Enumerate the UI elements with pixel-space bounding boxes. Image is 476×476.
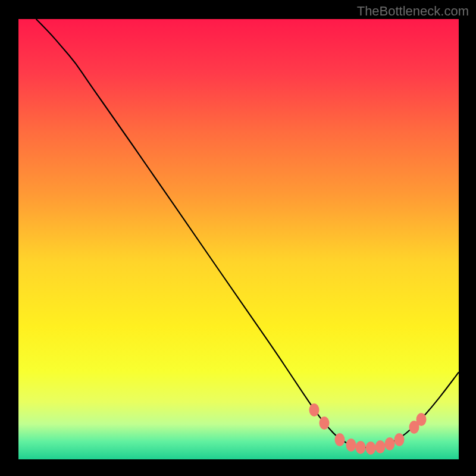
data-marker (355, 441, 365, 454)
data-marker (375, 440, 386, 453)
chart-container: TheBottleneck.com (0, 0, 476, 476)
data-marker (309, 403, 319, 416)
data-marker (346, 439, 356, 452)
data-marker (384, 437, 394, 450)
plot-area (18, 19, 459, 459)
data-marker (366, 441, 376, 455)
data-marker (394, 433, 405, 446)
curve-line (18, 19, 459, 459)
data-marker (335, 433, 345, 446)
data-marker (416, 413, 427, 426)
data-marker (319, 416, 329, 430)
watermark-text: TheBottleneck.com (357, 4, 469, 19)
